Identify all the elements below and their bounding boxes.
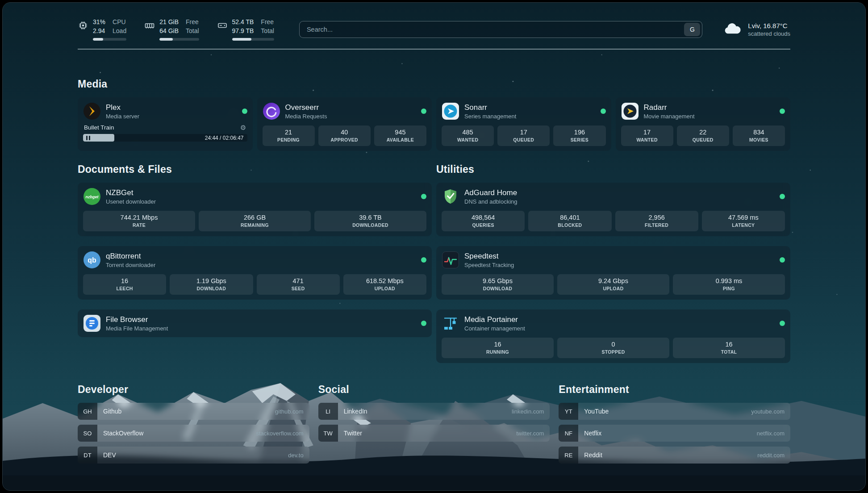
stat-block: 16 LEECH — [83, 274, 166, 295]
section-media: Media Plex Media server — [78, 78, 790, 151]
disk-total-label: Total — [261, 27, 274, 36]
bookmark-abbr: GH — [78, 403, 97, 420]
service-card-sonarr[interactable]: Sonarr Series management 485 WANTED 17 Q… — [436, 97, 611, 151]
stat-block: 834 MOVIES — [733, 125, 785, 146]
service-card-portainer[interactable]: Media Portainer Container management 16 … — [436, 309, 790, 363]
status-indicator — [780, 109, 785, 114]
bookmark-name: LinkedIn — [344, 408, 367, 415]
bookmark-github[interactable]: GH Github github.com — [78, 403, 309, 420]
stat-block: 266 GB REMAINING — [199, 211, 311, 231]
bookmark-twitter[interactable]: TW Twitter twitter.com — [318, 425, 550, 442]
memory-total: 64 GiB — [159, 27, 179, 36]
cpu-widget: 31% CPU 2.94 Load — [78, 18, 126, 41]
service-card-filebrowser[interactable]: File Browser Media File Management — [78, 309, 432, 337]
media-grid: Plex Media server Bullet Train ⚙ — [78, 97, 790, 151]
stat-block: 471 SEED — [257, 274, 340, 295]
disk-progress-bar — [232, 38, 274, 41]
memory-widget: 21 GiB Free 64 GiB Total — [144, 18, 199, 41]
bookmark-name: Twitter — [344, 430, 362, 437]
bookmark-abbr: DT — [78, 447, 97, 464]
widget-settings-icon[interactable]: ⚙ — [240, 124, 246, 131]
search-input[interactable] — [306, 25, 684, 33]
stat-block: 1.19 Gbps DOWNLOAD — [170, 274, 253, 295]
stat-block: 17 QUEUED — [497, 125, 550, 146]
weather-condition: scattered clouds — [748, 30, 790, 37]
bookmark-linkedin[interactable]: LI LinkedIn linkedin.com — [318, 403, 550, 420]
now-playing-title: Bullet Train — [84, 124, 114, 131]
bookmark-name: Github — [103, 408, 121, 415]
status-indicator — [421, 109, 426, 114]
weather-location-temp: Lviv, 16.87°C — [748, 22, 790, 29]
stat-block: 9.65 Gbps DOWNLOAD — [442, 274, 554, 295]
service-card-qbittorrent[interactable]: qb qBittorrent Torrent downloader 16 LEE… — [78, 246, 432, 300]
search-provider-button[interactable]: G — [684, 23, 700, 36]
service-card-nzbget[interactable]: nzbget NZBGet Usenet downloader 744.21 M… — [78, 183, 432, 236]
stat-block: 47.569 ms LATENCY — [702, 211, 785, 231]
bookmark-domain: netflix.com — [757, 430, 785, 437]
section-title-utilities: Utilities — [436, 163, 790, 175]
stat-block: 86,401 BLOCKED — [528, 211, 611, 231]
bookmark-abbr: TW — [318, 425, 338, 442]
section-title-social: Social — [318, 384, 550, 396]
stat-block: 744.21 Mbps RATE — [83, 211, 195, 231]
bookmark-domain: stackoverflow.com — [256, 430, 303, 437]
service-name: AdGuard Home — [464, 188, 775, 197]
cloud-icon — [723, 21, 743, 38]
service-name: Speedtest — [464, 252, 775, 261]
bookmark-name: YouTube — [584, 408, 609, 415]
status-indicator — [421, 321, 426, 326]
section-documents: Documents & Files nzbget NZBGet Usenet d — [78, 163, 432, 337]
service-subtitle: DNS and adblocking — [464, 198, 775, 205]
bookmark-group-developer: Developer GH Github github.com SO StackO… — [78, 384, 309, 464]
status-indicator — [601, 109, 606, 114]
bookmark-youtube[interactable]: YT YouTube youtube.com — [559, 403, 790, 420]
stat-block: 22 QUEUED — [677, 125, 729, 146]
svg-text:nzbget: nzbget — [86, 195, 99, 199]
service-subtitle: Container management — [464, 325, 775, 332]
overseerr-icon — [263, 102, 280, 120]
section-utilities: Utilities AdGuard Home — [436, 163, 790, 363]
stat-block: 2,956 FILTERED — [615, 211, 698, 231]
portainer-icon — [442, 314, 459, 332]
service-name: Radarr — [644, 103, 775, 112]
status-indicator — [780, 321, 785, 326]
bookmark-dev[interactable]: DT DEV dev.to — [78, 447, 309, 464]
service-card-radarr[interactable]: Radarr Movie management 17 WANTED 22 QUE… — [616, 97, 791, 151]
service-card-adguard[interactable]: AdGuard Home DNS and adblocking 498,564 … — [436, 183, 790, 236]
service-name: NZBGet — [106, 188, 416, 197]
stat-block: 16 RUNNING — [442, 338, 554, 358]
bookmark-stackoverflow[interactable]: SO StackOverflow stackoverflow.com — [78, 425, 309, 442]
status-indicator — [421, 194, 426, 199]
status-indicator — [780, 194, 785, 199]
disk-icon — [217, 20, 228, 31]
bookmark-domain: github.com — [275, 408, 304, 415]
stat-block: 0.993 ms PING — [673, 274, 785, 295]
pause-icon[interactable] — [86, 136, 90, 140]
playback-time: 24:44 / 02:06:47 — [205, 135, 244, 141]
stat-block: 485 WANTED — [442, 125, 494, 146]
service-name: Overseerr — [285, 103, 417, 112]
top-bar: 31% CPU 2.94 Load 21 — [78, 18, 790, 41]
service-card-overseerr[interactable]: Overseerr Media Requests 21 PENDING 40 A… — [257, 97, 432, 151]
weather-widget[interactable]: Lviv, 16.87°C scattered clouds — [723, 21, 790, 38]
service-name: qBittorrent — [106, 252, 416, 261]
bookmark-group-social: Social LI LinkedIn linkedin.com TW Twitt… — [318, 384, 550, 464]
status-indicator — [421, 257, 426, 263]
service-card-speedtest[interactable]: Speedtest Speedtest Tracking 9.65 Gbps D… — [436, 246, 790, 300]
cpu-icon — [78, 20, 88, 31]
stat-block: 17 WANTED — [621, 125, 673, 146]
service-card-plex[interactable]: Plex Media server Bullet Train ⚙ — [78, 97, 253, 151]
playback-progress-bar: 24:44 / 02:06:47 — [83, 134, 247, 142]
bookmark-netflix[interactable]: NF Netflix netflix.com — [559, 425, 790, 442]
service-name: File Browser — [106, 315, 416, 324]
bookmark-reddit[interactable]: RE Reddit reddit.com — [559, 447, 790, 464]
bookmarks-area: Developer GH Github github.com SO StackO… — [78, 384, 790, 464]
disk-widget: 52.4 TB Free 97.9 TB Total — [217, 18, 274, 41]
bookmark-abbr: SO — [78, 425, 97, 442]
bookmark-domain: linkedin.com — [512, 408, 544, 415]
service-name: Sonarr — [464, 103, 596, 112]
service-subtitle: Torrent downloader — [106, 262, 416, 268]
header-divider — [78, 49, 790, 50]
bookmark-domain: dev.to — [288, 452, 303, 459]
memory-progress-bar — [159, 38, 199, 41]
